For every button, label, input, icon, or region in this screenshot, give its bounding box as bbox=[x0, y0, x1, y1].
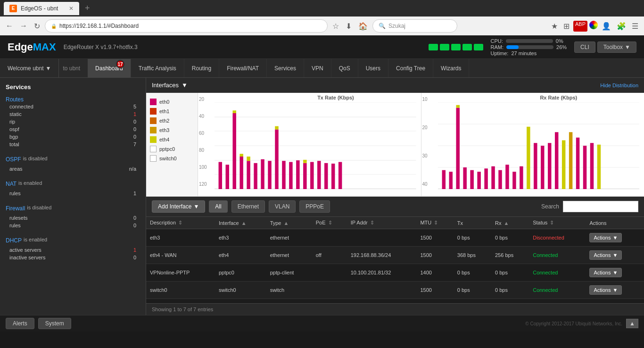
svg-rect-16 bbox=[282, 161, 285, 189]
bookmark-button[interactable]: ☆ bbox=[330, 20, 341, 33]
col-rx[interactable]: Rx ▲ bbox=[491, 217, 529, 229]
tab-qos[interactable]: QoS bbox=[331, 59, 358, 77]
panel-title[interactable]: Interfaces ▼ bbox=[152, 82, 188, 89]
routes-total-value: 7 bbox=[133, 141, 136, 147]
svg-rect-54 bbox=[576, 138, 579, 189]
tab-config[interactable]: Config Tree bbox=[388, 59, 433, 77]
row3-tx: 0 bps bbox=[454, 282, 491, 299]
nat-link[interactable]: NAT bbox=[6, 181, 17, 187]
sort-mtu-icon: ⇕ bbox=[434, 220, 438, 225]
row1-ip: 192.168.88.36/24 bbox=[347, 247, 417, 264]
back-button[interactable]: ← bbox=[4, 20, 15, 32]
filter-vlan-button[interactable]: VLAN bbox=[269, 200, 296, 213]
ospf-areas-label: areas bbox=[9, 166, 23, 172]
col-status[interactable]: Status ⇕ bbox=[529, 217, 586, 229]
plugin3-icon[interactable]: 👤 bbox=[600, 21, 613, 32]
row3-actions-button[interactable]: Actions ▼ bbox=[589, 285, 622, 295]
hide-distribution-button[interactable]: Hide Distribution bbox=[600, 83, 638, 88]
row0-actions-button[interactable]: Actions ▼ bbox=[589, 233, 622, 242]
col-type[interactable]: Type ▲ bbox=[266, 217, 312, 229]
ospf-link[interactable]: OSPF bbox=[6, 156, 21, 163]
filter-all-button[interactable]: All bbox=[209, 200, 227, 213]
tab-users[interactable]: Users bbox=[358, 59, 388, 77]
search-label: Search bbox=[541, 203, 559, 210]
star-icon[interactable]: ★ bbox=[549, 21, 560, 32]
row1-actions-button[interactable]: Actions ▼ bbox=[589, 250, 622, 260]
address-bar[interactable]: 🔒 https://192.168.1.1/#Dashboard bbox=[45, 19, 328, 33]
col-mtu[interactable]: MTU ⇕ bbox=[416, 217, 453, 229]
row2-actions-button[interactable]: Actions ▼ bbox=[589, 268, 622, 277]
col-actions: Actions bbox=[586, 217, 644, 229]
scroll-top-button[interactable]: ▲ bbox=[626, 319, 638, 328]
col-ip[interactable]: IP Addr ⇕ bbox=[347, 217, 417, 229]
legend-eth3: eth3 bbox=[150, 127, 194, 133]
extensions-icon[interactable]: 🧩 bbox=[615, 21, 628, 32]
firewall-header: Firewall is disabled bbox=[6, 204, 140, 213]
row2-rx: 0 bps bbox=[491, 264, 529, 282]
col-description[interactable]: Description ⇕ bbox=[146, 217, 215, 229]
firewall-link[interactable]: Firewall bbox=[6, 205, 25, 212]
tab-vpn-label: VPN bbox=[312, 65, 323, 72]
active-tab[interactable]: E EdgeOS - ubnt ✕ bbox=[4, 2, 79, 15]
svg-rect-39 bbox=[470, 170, 473, 189]
svg-rect-53 bbox=[569, 132, 572, 189]
row3-status: Connected bbox=[529, 282, 586, 299]
legend-eth2-color bbox=[150, 117, 157, 124]
sync-icon[interactable]: ⊞ bbox=[561, 21, 571, 32]
routes-ospf-value: 0 bbox=[133, 126, 136, 132]
row0-rx: 0 bps bbox=[491, 229, 529, 247]
cli-button[interactable]: CLI bbox=[574, 41, 595, 53]
main-content: Services Routes connected 5 static 1 rip… bbox=[0, 78, 644, 315]
routes-total-label: total bbox=[9, 141, 19, 147]
toolbox-button[interactable]: Toolbox ▼ bbox=[597, 41, 636, 53]
row0-actions: Actions ▼ bbox=[586, 229, 644, 247]
col-interface[interactable]: Interface ▲ bbox=[215, 217, 266, 229]
row1-actions-chevron-icon: ▼ bbox=[612, 252, 618, 258]
browser-toolbar: ← → ↻ 🔒 https://192.168.1.1/#Dashboard ☆… bbox=[0, 17, 644, 35]
tab-dashboard[interactable]: Dashboard 17 bbox=[88, 59, 131, 77]
add-interface-button[interactable]: Add Interface ▼ bbox=[152, 200, 205, 213]
tab-services[interactable]: Services bbox=[267, 59, 304, 77]
routes-connected-label: connected bbox=[9, 104, 33, 109]
routes-ospf-row: ospf 0 bbox=[6, 125, 140, 133]
col-poe[interactable]: PoE ⇕ bbox=[312, 217, 347, 229]
search-bar[interactable]: 🔍 Szukaj bbox=[372, 19, 457, 33]
uptime-value: 27 minutes bbox=[511, 50, 537, 56]
filter-ethernet-button[interactable]: Ethernet bbox=[231, 200, 265, 213]
download-button[interactable]: ⬇ bbox=[344, 20, 354, 33]
table-row: switch0 switch0 switch 1500 0 bps 0 bps … bbox=[146, 282, 644, 299]
search-input[interactable] bbox=[563, 201, 638, 212]
forward-button[interactable]: → bbox=[18, 20, 29, 32]
lock-icon: 🔒 bbox=[51, 24, 57, 29]
svg-rect-18 bbox=[296, 160, 299, 189]
menu-icon[interactable]: ☰ bbox=[630, 21, 640, 32]
home-button[interactable]: 🏠 bbox=[356, 20, 370, 33]
nat-rules-value: 1 bbox=[133, 191, 136, 196]
panel-dropdown-icon: ▼ bbox=[182, 82, 188, 89]
firewall-status: is disabled bbox=[27, 205, 51, 210]
firewall-rules-row: rules 0 bbox=[6, 222, 140, 229]
ram-bar bbox=[506, 45, 553, 49]
routes-connected-row: connected 5 bbox=[6, 103, 140, 110]
plugin2-icon[interactable] bbox=[589, 21, 598, 29]
system-button[interactable]: System bbox=[38, 318, 71, 329]
welcome-button[interactable]: Welcome ubnt ▼ bbox=[0, 59, 59, 77]
interfaces-label: Interfaces bbox=[152, 82, 179, 89]
new-tab-button[interactable]: + bbox=[81, 3, 94, 13]
tab-traffic[interactable]: Traffic Analysis bbox=[131, 59, 184, 77]
dhcp-link[interactable]: DHCP bbox=[6, 237, 22, 244]
close-tab-icon[interactable]: ✕ bbox=[69, 5, 74, 12]
add-interface-label: Add Interface bbox=[158, 203, 191, 210]
tab-wizards[interactable]: Wizards bbox=[433, 59, 469, 77]
routes-link[interactable]: Routes bbox=[6, 96, 24, 103]
tab-firewall[interactable]: Firewall/NAT bbox=[219, 59, 267, 77]
routes-rip-row: rip 0 bbox=[6, 118, 140, 125]
alerts-button[interactable]: Alerts bbox=[6, 318, 34, 329]
routes-bgp-value: 0 bbox=[133, 134, 136, 140]
filter-pppoe-button[interactable]: PPPoE bbox=[299, 200, 330, 213]
tab-vpn[interactable]: VPN bbox=[304, 59, 331, 77]
tab-routing[interactable]: Routing bbox=[184, 59, 219, 77]
refresh-button[interactable]: ↻ bbox=[32, 20, 42, 33]
plugin1-icon[interactable]: ABP bbox=[573, 21, 587, 32]
row3-ip bbox=[347, 282, 417, 299]
